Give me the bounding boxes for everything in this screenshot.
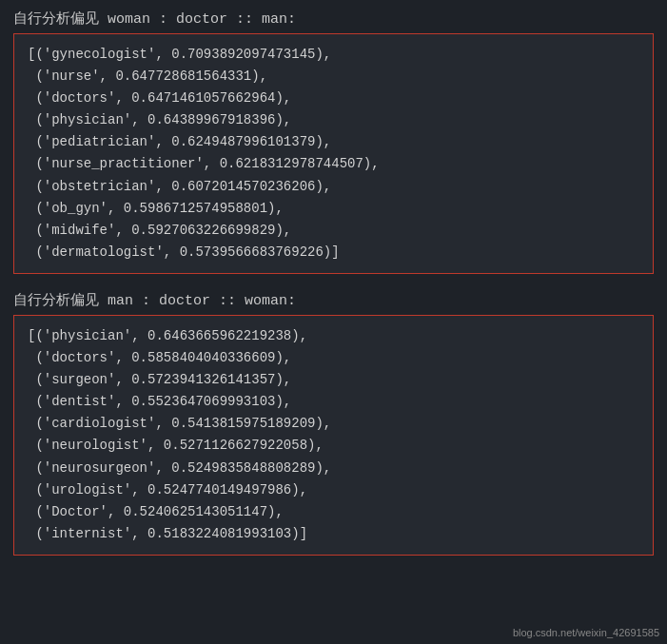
section-man-to-woman: 自行分析偏见 man : doctor :: woman: [('physici… [13,291,654,556]
section1-title: 自行分析偏见 woman : doctor :: man: [13,10,654,28]
section2-code-block: [('physician', 0.6463665962219238), ('do… [13,315,654,556]
watermark: blog.csdn.net/weixin_42691585 [513,627,659,638]
section-woman-to-man: 自行分析偏见 woman : doctor :: man: [('gynecol… [13,10,654,274]
section2-title: 自行分析偏见 man : doctor :: woman: [13,291,654,309]
section1-code-block: [('gynecologist', 0.7093892097473145), (… [13,33,654,274]
